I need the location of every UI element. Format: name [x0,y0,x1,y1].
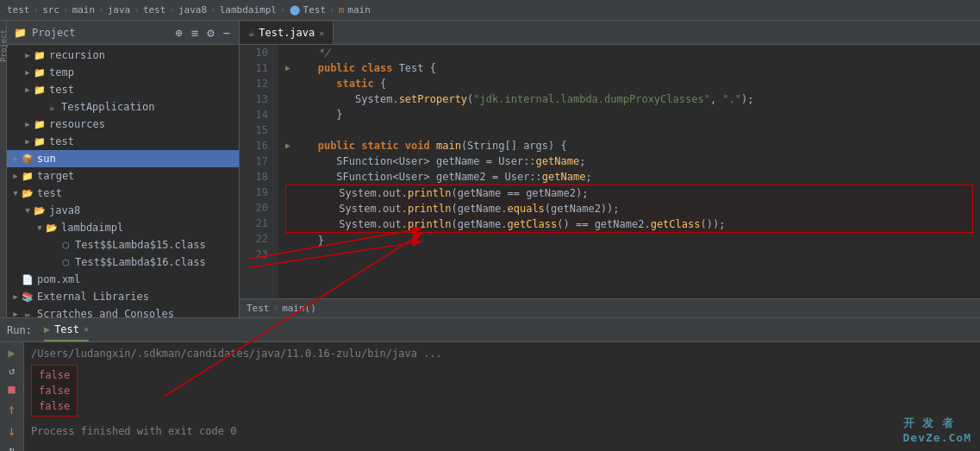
breadcrumb-src[interactable]: src [42,4,59,16]
run-scroll-down-btn[interactable]: ↓ [3,423,21,439]
breadcrumb-method-icon: m [339,4,345,16]
tree-arrow-sun: ▶ [10,154,21,163]
run-status: Process finished with exit code 0 [31,423,973,439]
tree-label: java8 [49,204,80,216]
libs-icon: 📚 [21,291,34,303]
run-scroll-up-btn[interactable]: ↑ [3,401,21,417]
run-path: /Users/ludangxin/.sdkman/candidates/java… [31,346,973,361]
tab-close-icon[interactable]: ✕ [319,28,324,38]
tree-item-scratches[interactable]: ▶ ✏️ Scratches and Consoles [7,305,239,317]
code-line-22: } [285,233,973,248]
xml-icon: 📄 [21,273,34,285]
code-line-18: SFunction<User> getName2 = User::getName… [285,169,973,185]
tree-item-test-open[interactable]: ▼ 📂 test [7,185,239,202]
folder-icon: 📁 [33,66,47,78]
tree-arrow-scratches: ▶ [10,310,21,317]
folder-icon: 📁 [33,118,47,130]
tree-item-recursion[interactable]: ▶ 📁 recursion [7,47,239,64]
code-line-15 [285,122,973,138]
tree-arrow-resources: ▶ [22,120,33,128]
breadcrumb-main[interactable]: main [72,4,96,16]
tree-item-temp[interactable]: ▶ 📁 temp [7,64,239,81]
tree-label: test [37,187,62,199]
run-panel: Run: ▶ Test ✕ ▶ ↺ ■ ↑ ↓ ⇅ /Users/ludangx… [0,317,980,451]
folder-icon: 📁 [21,170,34,182]
breadcrumb-test2[interactable]: test [143,4,166,16]
tree-arrow-extlibs: ▶ [10,292,21,301]
project-minimize-icon[interactable]: − [222,26,232,40]
breadcrumb-java[interactable]: java [108,4,131,16]
tree-label: Test$$Lambda$16.class [75,256,206,268]
output-line-2: false [39,383,70,398]
code-line-17: SFunction<User> getName = User::getName; [285,153,973,169]
folder-icon: 📁 [33,135,47,147]
code-line-11: ▶ public class Test { [285,60,973,76]
gutter-11: ▶ [285,60,299,76]
tree-item-target[interactable]: ▶ 📁 target [7,167,239,185]
tab-java-icon: ☕ [248,27,254,39]
tree-item-lambdaimpl[interactable]: ▼ 📂 lambdaimpl [7,219,239,236]
tree-item-extlibs[interactable]: ▶ 📚 External Libraries [7,288,239,305]
run-output: /Users/ludangxin/.sdkman/candidates/java… [24,342,980,451]
editor-tab-testjava[interactable]: ☕ Test.java ✕ [240,22,334,44]
breadcrumb-java8[interactable]: java8 [178,4,207,16]
tree-label: target [37,170,74,182]
code-line-23 [285,248,973,264]
breadcrumb-test-label[interactable]: Test [247,303,270,314]
breadcrumb-main[interactable]: main [347,4,371,16]
run-tab-test[interactable]: ▶ Test ✕ [44,318,89,341]
tree-item-lambda16[interactable]: ⬡ Test$$Lambda$16.class [7,254,239,271]
run-rerun-btn[interactable]: ↺ [3,365,21,377]
project-folder-icon: 📁 [14,27,27,39]
tree-label: recursion [49,49,105,61]
breadcrumb-test[interactable]: test [7,4,30,16]
run-tab-icon: ▶ [44,323,50,335]
tree-item-test[interactable]: ▶ 📁 test [7,81,239,98]
code-area[interactable]: */ ▶ public class Test { static { System… [278,45,980,298]
project-label: Project [0,29,8,62]
class-icon: ⬡ [59,256,72,268]
tree-arrow-test2: ▶ [22,137,33,146]
breadcrumb-Test[interactable]: Test [303,4,327,16]
run-sort-btn[interactable]: ⇅ [3,444,21,451]
tree-label: test [49,84,74,96]
line-numbers: 10 11 12 13 14 15 16 17 18 19 20 21 22 2… [240,45,278,298]
editor-tabs: ☕ Test.java ✕ [240,21,980,45]
tree-item-java8[interactable]: ▼ 📂 java8 [7,202,239,219]
breadcrumb-main-label[interactable]: main() [282,303,316,314]
sidebar-strip: Project [0,21,7,317]
tree-item-pom[interactable]: 📄 pom.xml [7,271,239,288]
tree-item-sun[interactable]: ▶ 📦 sun [7,150,239,167]
run-label: Run: [7,324,32,336]
run-tab-close[interactable]: ✕ [84,324,89,334]
code-line-16: ▶ public static void main(String[] args)… [285,138,973,153]
tree-label: Test$$Lambda$15.class [75,239,206,251]
editor-area: ☕ Test.java ✕ 10 11 12 13 14 15 16 17 18 [240,21,980,317]
run-tabs: Run: ▶ Test ✕ [0,318,980,342]
folder-icon: 📁 [33,49,47,61]
run-play-btn[interactable]: ▶ [3,346,21,360]
tree-arrow-temp: ▶ [22,68,33,77]
tree-label: Scratches and Consoles [37,308,174,317]
tree-item-test2[interactable]: ▶ 📁 test [7,133,239,150]
tree-label: TestApplication [61,101,154,113]
project-title: Project [32,27,168,39]
tree-arrow-target: ▶ [10,172,21,180]
project-tree: ▶ 📁 recursion ▶ 📁 temp ▶ 📁 test [7,45,239,317]
tree-arrow-recursion: ▶ [22,51,33,60]
tree-arrow-java8: ▼ [22,206,33,215]
breadcrumb-lambdaimpl[interactable]: lambdaimpl [220,4,277,16]
tree-item-resources[interactable]: ▶ 📁 resources [7,116,239,133]
tree-arrow-test-open: ▼ [10,189,21,197]
project-sync-icon[interactable]: ⊕ [173,26,184,40]
tree-item-lambda15[interactable]: ⬡ Test$$Lambda$15.class [7,236,239,254]
project-collapse-icon[interactable]: ≡ [190,26,200,40]
class-icon: ⬡ [59,239,72,251]
project-settings-icon[interactable]: ⚙ [205,26,215,40]
sun-folder-icon: 📦 [21,153,34,165]
code-line-14: } [285,107,973,122]
tree-item-testapp[interactable]: ☕ TestApplication [7,98,239,116]
code-line-19: System.out.println(getName == getName2); [288,185,971,201]
tree-label: sun [37,153,56,165]
run-stop-btn[interactable]: ■ [3,382,21,396]
